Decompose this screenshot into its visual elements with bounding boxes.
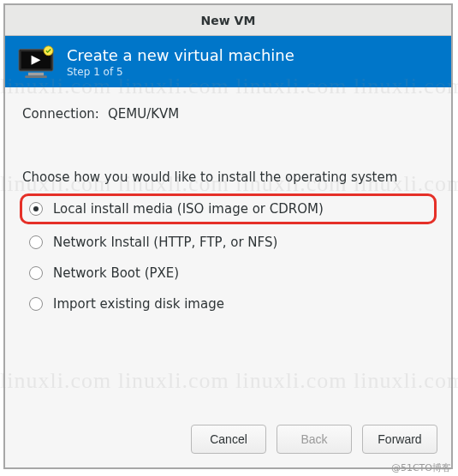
cancel-button[interactable]: Cancel	[191, 425, 266, 454]
svg-rect-3	[28, 73, 44, 76]
titlebar: New VM	[5, 5, 451, 36]
radio-label: Import existing disk image	[53, 296, 224, 312]
radio-network-install[interactable]: Network Install (HTTP, FTP, or NFS)	[22, 229, 434, 255]
radio-label: Network Install (HTTP, FTP, or NFS)	[53, 235, 277, 250]
wizard-buttons: Cancel Back Forward	[5, 413, 451, 467]
radio-local-media[interactable]: Local install media (ISO image or CDROM)	[20, 193, 437, 224]
wizard-content: Connection: QEMU/KVM Choose how you woul…	[5, 87, 451, 413]
wizard-title: Create a new virtual machine	[67, 46, 294, 64]
radio-label: Local install media (ISO image or CDROM)	[53, 201, 324, 217]
connection-row: Connection: QEMU/KVM	[22, 106, 434, 122]
wizard-header: Create a new virtual machine Step 1 of 5	[5, 36, 451, 87]
connection-label: Connection:	[22, 106, 99, 122]
connection-value: QEMU/KVM	[108, 106, 179, 122]
back-button[interactable]: Back	[277, 425, 352, 454]
forward-button[interactable]: Forward	[362, 425, 437, 454]
spacer	[22, 317, 434, 402]
radio-icon	[29, 202, 43, 216]
radio-label: Network Boot (PXE)	[53, 265, 179, 281]
svg-rect-4	[25, 75, 46, 78]
dialog-window: New VM Create a new virtual machine Step…	[3, 3, 453, 469]
monitor-play-icon	[17, 45, 55, 79]
choose-label: Choose how you would like to install the…	[22, 170, 434, 185]
header-text: Create a new virtual machine Step 1 of 5	[67, 46, 294, 78]
radio-icon	[29, 297, 43, 311]
radio-network-boot[interactable]: Network Boot (PXE)	[22, 260, 434, 286]
window-title: New VM	[201, 14, 256, 27]
radio-icon	[29, 266, 43, 280]
wizard-step: Step 1 of 5	[67, 66, 294, 78]
install-method-radios: Local install media (ISO image or CDROM)…	[22, 193, 434, 317]
radio-import-disk[interactable]: Import existing disk image	[22, 291, 434, 317]
attribution-text: @51CTO博客	[391, 461, 451, 474]
radio-icon	[29, 235, 43, 249]
